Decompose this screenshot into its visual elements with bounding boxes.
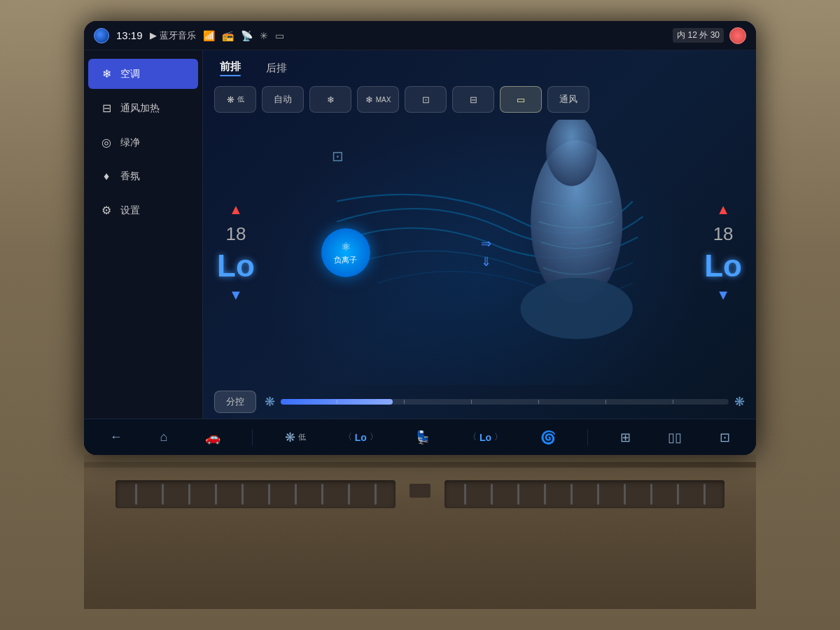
vs9 (348, 484, 350, 505)
cool-icon: ❄ (327, 94, 335, 105)
right-temp-down-btn[interactable]: ▼ (716, 287, 730, 303)
center-viz: ⊡ ⚛ 负离子 ⇒ ⇓ (255, 120, 704, 385)
svg-point-2 (520, 278, 632, 339)
right-temp-mode: Lo (704, 251, 742, 281)
fan-mark-3 (471, 400, 472, 404)
func-btn-seat-heat[interactable]: ▭ (500, 86, 542, 113)
left-temp-up-btn[interactable]: ▲ (229, 202, 243, 218)
nav-fan-label: 低 (298, 432, 306, 442)
sidebar-settings-label: 设置 (120, 204, 140, 217)
cool-max-label: MAX (376, 96, 391, 104)
status-right: 内 12 外 30 (673, 27, 746, 44)
auto-label: 自动 (274, 93, 292, 106)
sidebar-clean-label: 绿净 (120, 136, 140, 149)
vs8 (321, 484, 323, 505)
nav-left-temp-group: 〈 Lo 〉 (338, 427, 384, 447)
status-clock: 13:19 (116, 29, 143, 41)
left-temp-number: 18 (225, 223, 246, 245)
nav-grid[interactable]: ⊞ (615, 426, 636, 449)
inside-label: 内 (677, 30, 685, 40)
arrow-down-icon: ⇓ (481, 254, 491, 270)
front-vent-icon: ⊡ (422, 94, 430, 105)
nav-home[interactable]: ⌂ (154, 426, 173, 449)
status-bar: 13:19 ▶ 蓝牙音乐 📶 📻 📡 ✳ ▭ 内 12 外 30 (84, 21, 756, 50)
nav-left-temp-val: Lo (355, 432, 367, 443)
nav-fan-speed[interactable]: ❋ 低 (279, 426, 312, 449)
left-temp-down-btn[interactable]: ▼ (229, 287, 243, 303)
ion-icon: ⚛ (341, 240, 351, 253)
ion-label: 负离子 (334, 255, 357, 265)
func-btn-rear-vent[interactable]: ⊟ (452, 86, 494, 113)
nav-ac2[interactable]: 🌀 (535, 426, 561, 449)
sidebar-item-clean[interactable]: ◎ 绿净 (88, 127, 198, 158)
nav-split-view[interactable]: ▯▯ (662, 426, 687, 449)
right-temp-number: 18 (713, 223, 734, 245)
nav-sep-2 (587, 429, 588, 446)
nav-back[interactable]: ← (104, 426, 128, 449)
fan-left-icon: ❋ (265, 394, 275, 410)
status-music-play[interactable]: ▶ 蓝牙音乐 (150, 29, 196, 42)
vs19 (677, 484, 679, 505)
right-temp-up-btn[interactable]: ▲ (716, 202, 730, 218)
fan-mark-6 (673, 400, 673, 404)
inside-temp-value: 12 (688, 30, 697, 40)
user-avatar[interactable] (729, 27, 746, 44)
bluetooth-icon: ✳ (260, 30, 268, 41)
vs2 (162, 484, 164, 505)
vs18 (650, 484, 652, 505)
nav-sep-1 (252, 429, 253, 446)
vs11 (464, 484, 466, 505)
func-btn-front-vent[interactable]: ⊡ (405, 86, 447, 113)
arrow-right-icon: ⇒ (481, 236, 491, 251)
nav-record[interactable]: ⊡ (714, 426, 736, 449)
nav-right-temp-up[interactable]: 〉 (494, 431, 503, 443)
sidebar: ❄ 空调 ⊟ 通风加热 ◎ 绿净 ♦ 香氛 ⚙ 设置 (84, 50, 203, 419)
nav-car[interactable]: 🚗 (200, 426, 226, 449)
func-btn-fan[interactable]: ❋ 低 (214, 86, 256, 113)
sidebar-item-ventilation[interactable]: ⊟ 通风加热 (88, 93, 198, 123)
ion-button[interactable]: ⚛ 负离子 (321, 228, 370, 277)
radio-icon: 📻 (222, 30, 234, 41)
tab-rear[interactable]: 后排 (260, 59, 293, 78)
sidebar-item-settings[interactable]: ⚙ 设置 (88, 195, 198, 225)
sidebar-ac-label: 空调 (120, 68, 140, 80)
vs14 (544, 484, 546, 505)
home-icon: ⌂ (160, 430, 167, 444)
ac-icon: ❄ (99, 67, 113, 80)
rear-vent-icon: ⊟ (470, 94, 477, 105)
ventilation-label: 通风 (559, 93, 578, 106)
vs15 (570, 484, 573, 505)
vs20 (704, 484, 706, 505)
nav-right-temp-down[interactable]: 〈 (468, 431, 477, 443)
signal-icon: 📶 (203, 30, 215, 41)
ventilation-icon: ⊟ (99, 102, 113, 115)
nav-ac-icon: 🌀 (540, 430, 556, 445)
nav-record-icon: ⊡ (720, 430, 730, 445)
vs1 (135, 484, 137, 505)
screen-cast-icon: ▭ (275, 30, 284, 41)
func-btn-coolmax[interactable]: ❄ MAX (357, 86, 399, 113)
nav-seat[interactable]: 💺 (410, 426, 436, 449)
func-btn-auto[interactable]: 自动 (262, 86, 304, 113)
right-panel: 前排 后排 ❋ 低 自动 ❄ ❄ (203, 50, 756, 419)
sidebar-item-ac[interactable]: ❄ 空调 (88, 59, 198, 89)
fan-speed-slider[interactable] (281, 399, 729, 405)
fan-low-icon: ❋ (227, 94, 234, 105)
vs16 (597, 484, 599, 505)
func-btn-ventilation[interactable]: 通风 (547, 86, 589, 113)
fan-speed-container: ❋ ❋ (265, 394, 745, 410)
nav-left-temp-up[interactable]: 〉 (370, 431, 378, 443)
func-btn-cool[interactable]: ❄ (309, 86, 351, 113)
nav-left-temp-down[interactable]: 〈 (344, 431, 352, 443)
vs12 (491, 484, 493, 505)
dashboard-line (84, 462, 756, 468)
nav-seat-icon: 💺 (415, 430, 430, 445)
fan-slider-marks (281, 399, 729, 405)
sidebar-item-fragrance[interactable]: ♦ 香氛 (88, 162, 198, 191)
left-temp-control: ▲ 18 Lo ▼ (217, 202, 255, 303)
sidebar-fragrance-label: 香氛 (120, 170, 140, 183)
tab-front[interactable]: 前排 (214, 57, 246, 79)
flow-arrows: ⇒ ⇓ (381, 236, 592, 270)
split-control-btn[interactable]: 分控 (214, 391, 256, 413)
screen: 13:19 ▶ 蓝牙音乐 📶 📻 📡 ✳ ▭ 内 12 外 30 (84, 21, 756, 455)
